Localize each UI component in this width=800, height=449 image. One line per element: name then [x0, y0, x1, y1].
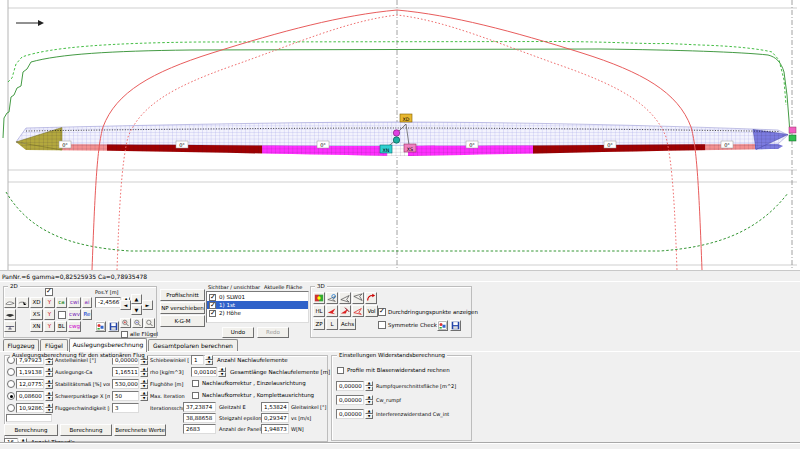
flughoehe-spinner[interactable]: ▲▼: [140, 379, 148, 389]
bl-button[interactable]: BL: [56, 321, 67, 332]
schwerpunktlage-field[interactable]: 0,08600: [16, 391, 44, 401]
marker-xd: XD: [400, 114, 412, 122]
berechnete-werte-button[interactable]: Berechnete Werte: [114, 424, 166, 436]
rho-spinner[interactable]: ▲▼: [140, 367, 148, 377]
np-verschieben-button[interactable]: NP verschieben: [160, 302, 205, 314]
zoom-in-icon[interactable]: [120, 318, 131, 328]
max-iteration-spinner[interactable]: ▲▼: [140, 391, 148, 401]
schwerpunktlage-spinner[interactable]: ▲▼: [45, 391, 53, 401]
redo-button[interactable]: Redo: [257, 327, 289, 338]
ca-button[interactable]: ca: [56, 297, 67, 308]
einzelausrichtung-checkbox[interactable]: [192, 380, 199, 387]
save-icon[interactable]: [108, 321, 119, 332]
iterationsschritt-field[interactable]: 3: [112, 403, 139, 413]
re-button[interactable]: Re: [82, 309, 92, 320]
rumpfflaeche-spinner[interactable]: ▲▼: [365, 381, 373, 391]
y2-button[interactable]: Y: [44, 309, 55, 320]
tab-auslegungsberechnung[interactable]: Auslegungsberechnung: [69, 338, 147, 352]
view-top-icon[interactable]: [339, 292, 351, 304]
pan-down-button[interactable]: ▼: [131, 305, 142, 315]
app-window: 0° 0° 0° 0° 0° 0° XD XN XS: [0, 0, 800, 449]
list-item-slw01[interactable]: 0) SLW01: [207, 293, 308, 301]
vol-button[interactable]: Vol: [365, 305, 378, 317]
plot-area[interactable]: 0° 0° 0° 0° 0° 0° XD XN XS: [0, 0, 800, 270]
reset-rotation-icon[interactable]: [365, 292, 377, 304]
overlay-checkbox[interactable]: [58, 311, 66, 319]
l-button[interactable]: L: [326, 318, 338, 330]
section-pick-button[interactable]: [17, 297, 29, 308]
pan-up-button[interactable]: ▲: [131, 294, 142, 304]
cw-rumpf-field[interactable]: 0,00000: [336, 395, 364, 405]
cw-int-field[interactable]: 0,00000: [336, 409, 364, 419]
inspect-3d-icon[interactable]: [326, 292, 338, 304]
gesamtlaenge-spinner[interactable]: ▲▼: [218, 367, 226, 377]
achs-button[interactable]: Achs: [339, 318, 356, 330]
pan-left-button[interactable]: ◄: [120, 300, 131, 310]
max-iteration-field[interactable]: 50: [112, 391, 139, 401]
save-3d-icon[interactable]: [450, 320, 461, 331]
y-axis-checkbox[interactable]: [45, 288, 53, 296]
xn-button[interactable]: XN: [30, 321, 43, 332]
plane-pen-icon[interactable]: [339, 305, 351, 317]
rumpfflaeche-field[interactable]: 0,00000: [336, 381, 364, 391]
zoom-out-icon[interactable]: [132, 318, 143, 328]
y1-button[interactable]: Y: [44, 297, 55, 308]
airfoil-view-button[interactable]: [4, 297, 16, 308]
radio-fluggeschwindigkeit[interactable]: [7, 404, 15, 412]
kgm-button[interactable]: K-G-M: [160, 315, 205, 327]
flughoehe-label: Flughöhe [m]: [150, 381, 189, 388]
alle-fluegel-checkbox[interactable]: [121, 331, 128, 338]
ai-button[interactable]: ai: [82, 297, 92, 308]
xs-button[interactable]: XS: [30, 309, 43, 320]
cwi-button[interactable]: cwi: [68, 297, 81, 308]
y3-button[interactable]: Y: [44, 321, 55, 332]
berechnung-stopp-button[interactable]: Berechnung Stopp: [60, 424, 112, 436]
planform-view-button[interactable]: [4, 309, 16, 320]
list-item-hoehe[interactable]: 2) Höhe: [207, 309, 308, 317]
durchdringung-checkbox[interactable]: [378, 308, 386, 316]
fluggeschwindigkeit-spinner[interactable]: ▲▼: [45, 403, 53, 413]
radio-auslegungs-ca[interactable]: [7, 368, 15, 376]
auslegungs-ca-spinner[interactable]: ▲▼: [45, 367, 53, 377]
cw-int-spinner[interactable]: ▲▼: [365, 409, 373, 419]
rho-field[interactable]: 1,16511: [112, 367, 139, 377]
cw-rumpf-spinner[interactable]: ▲▼: [365, 395, 373, 405]
render-3d-icon[interactable]: [313, 292, 325, 304]
xd-button[interactable]: XD: [30, 297, 43, 308]
stabilitaetsmass-spinner[interactable]: ▲▼: [45, 379, 53, 389]
pos-y-field[interactable]: -2,45667: [95, 297, 121, 308]
zp-button[interactable]: ZP: [313, 318, 325, 330]
zoom-fit-icon[interactable]: [144, 318, 155, 328]
stabilitaetsmass-field[interactable]: 12,07751: [16, 379, 44, 389]
cwg-button[interactable]: cwg: [68, 321, 81, 332]
anzahl-nachlauf-spinner[interactable]: ▲▼: [205, 355, 213, 365]
surface-listbox[interactable]: 0) SLW01 1) 1st 2) Höhe: [206, 291, 309, 323]
cwv-button[interactable]: cwv: [68, 309, 81, 320]
profilschnitt-button[interactable]: Profilschnitt: [160, 289, 205, 301]
komplettausrichtung-checkbox[interactable]: [192, 392, 199, 399]
frontview-button[interactable]: [4, 321, 16, 332]
flughoehe-field[interactable]: 530,00000: [112, 379, 139, 389]
anzahl-nachlauf-field[interactable]: 1: [191, 355, 204, 365]
fluggeschwindigkeit-field[interactable]: 10,92863: [16, 403, 44, 413]
undo-button[interactable]: Undo: [222, 327, 254, 338]
blasenwiderstand-checkbox[interactable]: [337, 367, 344, 374]
plane-wire-icon[interactable]: [352, 305, 364, 317]
pan-right-button[interactable]: ►: [142, 300, 153, 310]
auslegungs-ca-label: Auslegungs-Ca: [55, 369, 110, 376]
max-iteration-label: Max. Iteration: [150, 393, 189, 400]
list-item-1st[interactable]: 1) 1st: [207, 301, 308, 309]
list-header-active[interactable]: Aktuelle Fläche: [264, 284, 302, 291]
auslegungs-ca-field[interactable]: 1,19138: [16, 367, 44, 377]
view-bottom-icon[interactable]: [352, 292, 364, 304]
berechnung-starten-button[interactable]: Berechnung starten: [4, 424, 58, 436]
copy-image-icon[interactable]: [95, 321, 106, 332]
radio-stabilitaetsmass[interactable]: [7, 380, 15, 388]
hl-button[interactable]: HL: [313, 305, 325, 317]
plane-solid-icon[interactable]: [326, 305, 338, 317]
symmetrie-checkbox[interactable]: [378, 321, 386, 329]
radio-schwerpunktlage[interactable]: [7, 392, 15, 400]
gesamtlaenge-field[interactable]: 0,00100: [191, 367, 217, 377]
copy-image-3d-icon[interactable]: [437, 320, 448, 331]
list-header-visible[interactable]: Sichtbar / unsichtbar: [208, 284, 260, 291]
